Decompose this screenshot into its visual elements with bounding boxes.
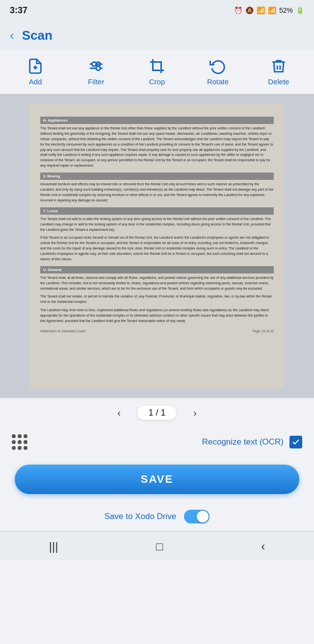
rotate-label: Rotate — [207, 77, 229, 86]
dot-9 — [24, 446, 27, 450]
dot-7 — [12, 446, 16, 450]
rotate-tool[interactable]: Rotate — [187, 54, 248, 90]
document-area: H. Appliances The Tenant shall not use a… — [0, 94, 314, 398]
section-body-general-1: The Tenant shall, at all times, observe … — [40, 275, 274, 292]
home-icon[interactable]: □ — [156, 540, 163, 553]
dot-5 — [18, 440, 22, 444]
dot-grid[interactable] — [12, 434, 27, 450]
menu-icon[interactable]: ||| — [49, 540, 58, 553]
mute-icon: 🔕 — [245, 6, 254, 14]
next-page-button[interactable]: › — [186, 404, 204, 421]
dot-2 — [18, 434, 22, 438]
add-label: Add — [29, 77, 42, 86]
header: ‹ Scan — [0, 21, 314, 50]
save-section: SAVE — [0, 457, 314, 502]
section-body-general-2: The Tenant shall not violate, or permit … — [40, 294, 274, 305]
pagination: ‹ 1 / 1 › — [0, 398, 314, 427]
toggle-thumb — [197, 511, 209, 522]
xodo-drive-toggle[interactable] — [184, 510, 209, 523]
section-header-locks: 7. Locks — [40, 207, 274, 215]
alarm-icon: ⏰ — [234, 6, 242, 14]
filter-label: Filter — [88, 77, 104, 86]
dot-4 — [12, 440, 16, 444]
section-header-general: U. General — [40, 266, 274, 273]
bottom-nav: ||| □ ‹ — [0, 531, 314, 561]
battery-icon: 🔋 — [296, 6, 304, 14]
document-page: H. Appliances The Tenant shall not use a… — [29, 104, 285, 388]
add-file-icon — [27, 58, 44, 74]
crop-icon — [149, 58, 165, 74]
section-body-locks-2: If the Tenant or an occupant locks himse… — [40, 235, 274, 262]
back-nav-icon[interactable]: ‹ — [261, 540, 265, 553]
page-indicator: 1 / 1 — [137, 406, 176, 420]
section-body-general-3: The Landlord may, from time to time, imp… — [40, 308, 274, 324]
section-body-moving: Household furniture and effects may be m… — [40, 182, 274, 203]
crop-label: Crop — [149, 77, 165, 86]
dot-6 — [24, 440, 27, 444]
wifi-icon: 📶 — [257, 6, 265, 14]
document-footer: Addendum to Standard Lease Page 15 of 16 — [40, 329, 274, 334]
rotate-icon — [209, 58, 226, 74]
filter-icon — [88, 58, 105, 74]
footer-left: Addendum to Standard Lease — [40, 329, 86, 334]
xodo-drive-row: Save to Xodo Drive — [0, 502, 314, 531]
dot-3 — [24, 434, 27, 438]
signal-icon: 📶 — [268, 6, 276, 14]
delete-label: Delete — [268, 77, 289, 86]
save-button[interactable]: SAVE — [15, 465, 299, 494]
battery-text: 52% — [279, 6, 293, 14]
section-header-appliances: H. Appliances — [40, 117, 274, 124]
checkmark-icon — [291, 438, 300, 446]
delete-icon — [270, 58, 287, 74]
document-content: H. Appliances The Tenant shall not use a… — [40, 117, 274, 334]
ocr-label: Recognize text (OCR) — [202, 437, 284, 447]
back-button[interactable]: ‹ — [10, 28, 14, 43]
filter-tool[interactable]: Filter — [66, 54, 127, 90]
page-title: Scan — [22, 28, 52, 43]
delete-tool[interactable]: Delete — [248, 54, 309, 90]
dot-1 — [12, 434, 16, 438]
footer-right: Page 15 of 16 — [252, 329, 274, 334]
dot-8 — [18, 446, 22, 450]
ocr-row: Recognize text (OCR) — [0, 427, 314, 457]
prev-page-button[interactable]: ‹ — [110, 404, 128, 421]
crop-tool[interactable]: Crop — [127, 54, 187, 90]
section-body-locks: The Tenant shall not add to or alter the… — [40, 217, 274, 233]
status-time: 3:37 — [10, 5, 27, 16]
xodo-label: Save to Xodo Drive — [105, 512, 176, 521]
section-body-appliances: The Tenant shall not use any appliance i… — [40, 126, 274, 169]
status-icons: ⏰ 🔕 📶 📶 52% 🔋 — [234, 6, 304, 14]
status-bar: 3:37 ⏰ 🔕 📶 📶 52% 🔋 — [0, 0, 314, 21]
svg-rect-9 — [153, 62, 161, 71]
toolbar: Add Filter Crop Rotate — [0, 50, 314, 94]
ocr-checkbox[interactable] — [289, 436, 302, 448]
add-tool[interactable]: Add — [5, 54, 66, 90]
section-header-moving: 3. Moving — [40, 173, 274, 180]
